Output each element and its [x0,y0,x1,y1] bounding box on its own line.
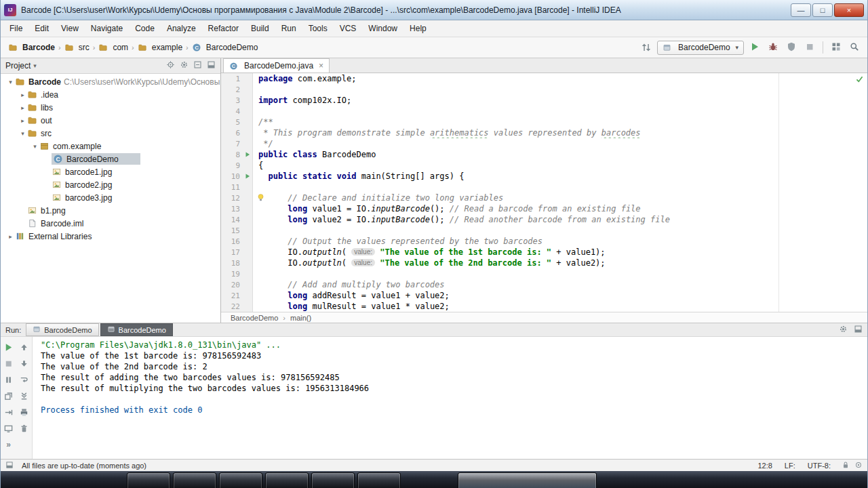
file-encoding[interactable]: UTF-8: [804,462,835,470]
editor-breadcrumb-main[interactable]: main() [290,314,311,322]
breadcrumb-src[interactable]: src [62,41,92,54]
menu-navigate[interactable]: Navigate [85,22,129,35]
code-line[interactable]: // Declare and initialize two long varia… [253,192,867,203]
menu-help[interactable]: Help [403,22,433,35]
tree-item-barcode[interactable]: ▾Barcode C:\Users\user\Work\Курсы\Udemy\… [1,75,220,88]
run-line-icon[interactable] [242,150,252,159]
inspections-profile-icon[interactable] [854,461,863,470]
minimize-button[interactable]: — [791,3,811,17]
tree-item-barcode2-jpg[interactable]: barcode2.jpg [1,178,220,191]
code-line[interactable]: { [253,160,867,171]
breadcrumb-barcode[interactable]: Barcode [6,41,57,54]
windows-taskbar[interactable] [1,471,867,488]
code-line[interactable]: public static void main(String[] args) { [253,171,867,182]
taskbar-button-5[interactable] [357,472,401,488]
hide-button[interactable] [207,60,216,71]
run-button[interactable] [747,40,762,55]
coverage-button[interactable] [784,40,799,55]
menu-view[interactable]: View [55,22,85,35]
run-line-icon[interactable] [242,171,252,181]
settings-button[interactable] [180,60,189,71]
tree-expanded-icon[interactable]: ▾ [31,143,39,150]
updown-arrows-icon[interactable] [639,40,654,55]
caret-position[interactable]: 12:8 [753,462,776,470]
debug-button[interactable] [766,40,781,55]
close-icon[interactable]: × [319,61,323,70]
tree-collapsed-icon[interactable]: ▸ [18,104,27,111]
soft-wrap-button[interactable] [18,373,31,386]
tree-collapsed-icon[interactable]: ▸ [18,92,27,98]
tree-item-barcode1-jpg[interactable]: barcode1.jpg [1,165,220,178]
toolwindow-toggle-icon[interactable] [5,461,14,470]
taskbar-button-active[interactable] [458,472,597,488]
tree-item-barcode-iml[interactable]: Barcode.iml [1,217,220,230]
menu-run[interactable]: Run [275,22,302,35]
menu-tools[interactable]: Tools [302,22,334,35]
tree-item-libs[interactable]: ▸libs [1,101,220,114]
taskbar-button-3[interactable] [265,472,309,488]
code-line[interactable]: IO.outputln( value: "The value of the 1s… [253,247,867,258]
maximize-button[interactable]: □ [812,3,833,17]
code-line[interactable] [253,268,867,279]
tree-item-out[interactable]: ▸out [1,114,220,127]
console-output[interactable]: "C:\Program Files\Java\jdk1.8.0_131\bin\… [33,337,867,459]
menu-edit[interactable]: Edit [28,22,55,35]
show-console-button[interactable] [2,422,16,435]
tree-item-com-example[interactable]: ▾com.example [1,140,220,152]
more-actions-button[interactable]: » [2,438,16,451]
breadcrumb-com[interactable]: com [96,41,130,54]
taskbar-button-0[interactable] [127,472,170,488]
tree-expanded-icon[interactable]: ▾ [6,79,15,85]
tool-windows-button[interactable] [829,40,844,55]
taskbar-button-1[interactable] [173,472,216,488]
code-line[interactable]: public class BarcodeDemo [253,149,867,160]
code-line[interactable]: */ [253,138,867,149]
tree-collapsed-icon[interactable]: ▸ [6,233,15,240]
scroll-to-end-button[interactable] [18,389,31,403]
menu-file[interactable]: File [3,22,28,35]
tree-item-idea[interactable]: ▸.idea [1,88,220,101]
locate-button[interactable] [166,60,175,71]
code-line[interactable]: /** [253,117,867,127]
project-tree[interactable]: ▾Barcode C:\Users\user\Work\Курсы\Udemy\… [1,74,220,323]
line-separator[interactable]: LF: [781,462,800,470]
tree-collapsed-icon[interactable]: ▸ [18,117,27,124]
menu-window[interactable]: Window [362,22,403,35]
editor-breadcrumb-barcodedemo[interactable]: BarcodeDemo [231,314,278,322]
rerun-button[interactable] [2,340,16,354]
run-configuration-select[interactable]: BarcodeDemo▾ [657,41,744,55]
intention-bulb-icon[interactable] [256,193,265,203]
collapse-all-button[interactable] [193,60,202,71]
code-line[interactable]: long value1 = IO.inputBarcode(); // Read… [253,203,867,214]
stop-button[interactable] [802,40,817,55]
code-line[interactable]: package com.example; [253,73,867,84]
clear-all-button[interactable] [18,422,31,435]
print-button[interactable] [18,405,31,419]
menu-refactor[interactable]: Refactor [202,22,245,35]
chevron-down-icon[interactable]: ▾ [33,62,37,69]
run-tab-barcodedemo-0[interactable]: BarcodeDemo [26,323,98,336]
code-line[interactable]: long value2 = IO.inputBarcode(); // Read… [253,214,867,225]
settings-button[interactable] [839,325,848,336]
code-line[interactable]: // Add and multiply two barcodes [253,279,867,290]
restore-layout-button[interactable] [2,389,16,403]
menu-code[interactable]: Code [129,22,161,35]
menu-vcs[interactable]: VCS [334,22,363,35]
title-bar[interactable]: Barcode [C:\Users\user\Work\Курсы\Udemy\… [1,0,867,20]
tree-item-external-libraries[interactable]: ▸External Libraries [1,230,220,243]
code-line[interactable] [253,225,867,236]
search-everywhere-button[interactable] [847,40,862,55]
close-button[interactable]: × [834,3,864,17]
hide-button[interactable] [854,325,863,336]
breadcrumb-example[interactable]: example [136,41,184,54]
code-line[interactable]: import comp102x.IO; [253,95,867,106]
tree-item-barcode3-jpg[interactable]: barcode3.jpg [1,191,220,204]
prev-occurrence-button[interactable] [18,340,31,354]
tree-item-src[interactable]: ▾src [1,127,220,140]
stop-button[interactable] [2,357,16,370]
lock-icon[interactable] [842,461,850,470]
next-occurrence-button[interactable] [18,357,31,370]
menu-analyze[interactable]: Analyze [161,22,202,35]
breadcrumb-barcodedemo[interactable]: CBarcodeDemo [190,41,260,54]
code-line[interactable]: long mulResult = value1 * value2; [253,301,867,312]
